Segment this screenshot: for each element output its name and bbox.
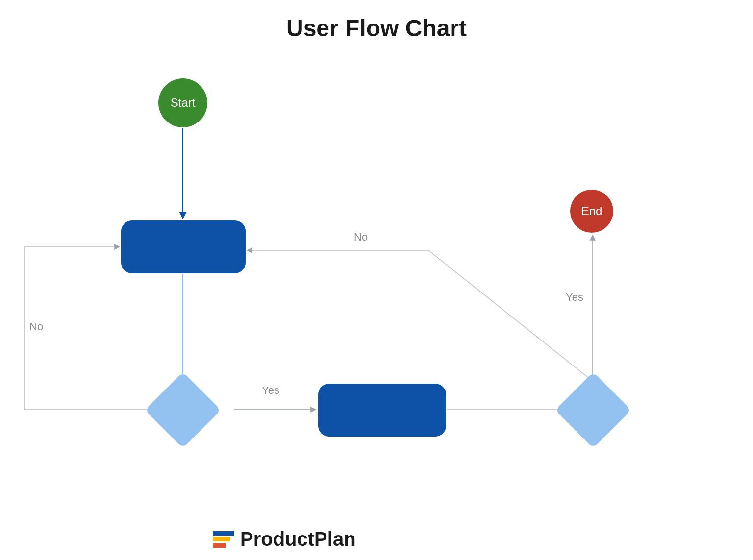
edge-decision2-no xyxy=(247,250,593,381)
edge-label-decision2-no: No xyxy=(354,231,368,243)
decision-node-1 xyxy=(145,372,221,448)
edges-layer xyxy=(0,0,753,560)
process-node-2 xyxy=(318,384,446,437)
edge-label-decision2-yes: Yes xyxy=(566,291,583,304)
edge-label-decision1-yes: Yes xyxy=(262,384,279,397)
brand-name: ProductPlan xyxy=(240,528,356,550)
end-node: End xyxy=(570,190,613,233)
diagram-title: User Flow Chart xyxy=(0,15,753,42)
start-node-label: Start xyxy=(171,96,196,110)
start-node: Start xyxy=(158,78,207,127)
process-node-1 xyxy=(121,220,246,273)
decision-node-2 xyxy=(555,372,631,448)
productplan-logo-icon xyxy=(213,531,234,548)
edge-label-decision1-no: No xyxy=(29,320,43,333)
brand-footer: ProductPlan xyxy=(213,528,356,550)
end-node-label: End xyxy=(581,204,602,218)
flowchart-canvas: User Flow Chart Start End xyxy=(0,0,753,560)
